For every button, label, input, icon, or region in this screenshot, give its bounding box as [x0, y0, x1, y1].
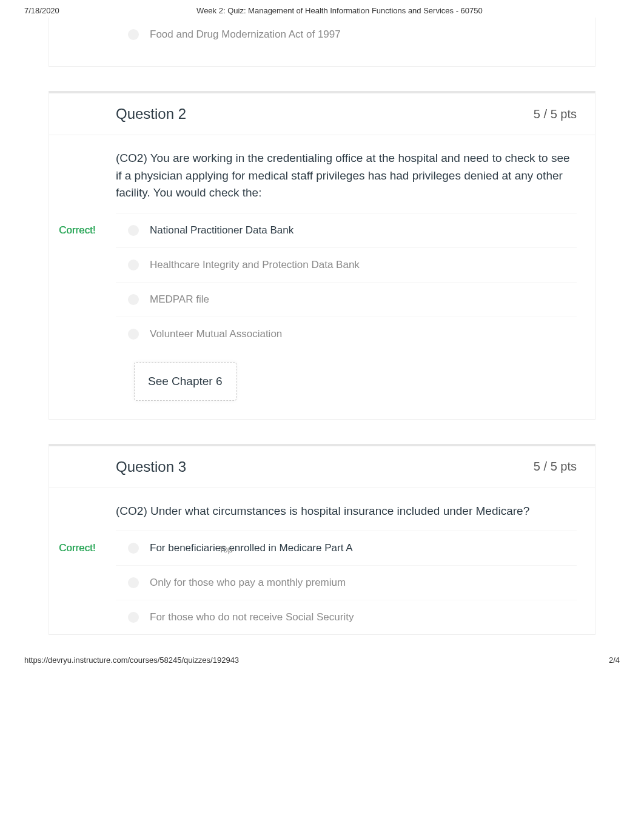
q3-answer-2[interactable]: For those who do not receive Social Secu…: [116, 600, 577, 634]
q1-answers: Food and Drug Modernization Act of 1997: [116, 18, 577, 52]
answer-label: For those who do not receive Social Secu…: [150, 611, 354, 623]
q3-answer-0[interactable]: Correct! For beneficiaries enrolled in M…: [116, 531, 577, 566]
q2-header: Question 2 5 / 5 pts: [49, 93, 595, 135]
page-footer: https://devryu.instructure.com/courses/5…: [0, 641, 644, 671]
question-3: Question 3 5 / 5 pts (CO2) Under what ci…: [49, 444, 595, 635]
content-area: Food and Drug Modernization Act of 1997 …: [0, 18, 644, 641]
q3-title: Question 3: [116, 458, 186, 475]
question-1-partial: Food and Drug Modernization Act of 1997: [49, 18, 595, 67]
q2-answer-1[interactable]: Healthcare Integrity and Protection Data…: [116, 248, 577, 283]
q2-answer-0[interactable]: Correct! National Practitioner Data Bank: [116, 213, 577, 248]
radio-icon: [128, 260, 139, 270]
answer-label: Healthcare Integrity and Protection Data…: [150, 259, 360, 270]
q2-answer-3[interactable]: Volunteer Mutual Association: [116, 317, 577, 351]
radio-icon: [128, 29, 139, 40]
radio-icon: [128, 612, 139, 623]
answer-label: Food and Drug Modernization Act of 1997: [150, 29, 341, 40]
header-title: Week 2: Quiz: Management of Health Infor…: [59, 6, 620, 15]
q1-answer-0[interactable]: Food and Drug Modernization Act of 1997: [116, 18, 577, 52]
answer-label: Volunteer Mutual Association: [150, 328, 282, 340]
q2-feedback: See Chapter 6: [134, 362, 236, 401]
footer-page: 2/4: [609, 656, 620, 665]
q3-header: Question 3 5 / 5 pts: [49, 446, 595, 488]
q2-answers: Correct! National Practitioner Data Bank…: [116, 213, 577, 351]
correct-indicator: Correct!: [59, 542, 95, 554]
answer-label: For beneficiaries enrolled in Medicare P…: [150, 542, 353, 554]
header-date: 7/18/2020: [24, 6, 59, 15]
answer-label: Only for those who pay a monthly premium: [150, 577, 346, 588]
radio-icon: [128, 225, 139, 236]
radio-icon: [128, 329, 139, 340]
q3-body: (CO2) Under what circumstances is hospit…: [49, 488, 595, 635]
page-header: 7/18/2020 Week 2: Quiz: Management of He…: [0, 0, 644, 18]
correct-indicator: Correct!: [59, 224, 95, 236]
question-2: Question 2 5 / 5 pts (CO2) You are worki…: [49, 91, 595, 420]
q3-answers: Correct! For beneficiaries enrolled in M…: [116, 531, 577, 634]
radio-icon: [128, 543, 139, 554]
q2-answer-2[interactable]: MEDPAR file: [116, 283, 577, 317]
q3-answer-1[interactable]: Only for those who pay a monthly premium: [116, 566, 577, 600]
q2-text: (CO2) You are working in the credentiali…: [116, 150, 577, 202]
answer-label: MEDPAR file: [150, 293, 209, 305]
q3-text: (CO2) Under what circumstances is hospit…: [116, 503, 577, 520]
q3-points: 5 / 5 pts: [534, 460, 577, 474]
q2-points: 5 / 5 pts: [534, 107, 577, 121]
footer-url: https://devryu.instructure.com/courses/5…: [24, 656, 239, 665]
q2-body: (CO2) You are working in the credentiali…: [49, 135, 595, 419]
radio-icon: [128, 577, 139, 588]
radio-icon: [128, 294, 139, 305]
answer-label: National Practitioner Data Bank: [150, 224, 293, 236]
q2-title: Question 2: [116, 106, 186, 122]
